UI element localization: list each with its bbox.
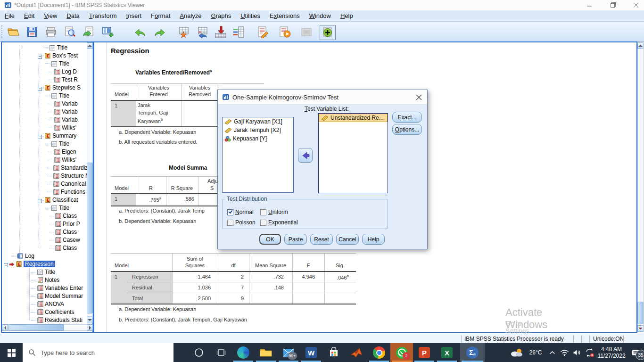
outline-item-variab[interactable]: Variab [2, 116, 87, 124]
outline-item-stepwise-s[interactable]: EStepwise S [2, 84, 87, 92]
undo-icon[interactable] [133, 25, 148, 39]
exact-button[interactable]: Exact... [392, 112, 422, 123]
outline-item-title[interactable]: Title [2, 268, 87, 276]
designate-window-icon[interactable] [100, 25, 115, 39]
goto-data-icon[interactable] [213, 25, 228, 39]
cancel-button[interactable]: Cancel [336, 234, 359, 245]
outline-item-eigen[interactable]: Eigen [2, 148, 87, 156]
collapse-icon[interactable] [38, 54, 42, 60]
outline-item-class[interactable]: Class [2, 212, 87, 220]
outline-item-box-s-test[interactable]: EBox's Test [2, 52, 87, 60]
weather-icon[interactable] [506, 343, 527, 362]
transfer-arrow-button[interactable] [298, 148, 313, 163]
menu-edit[interactable]: Edit [19, 10, 39, 21]
outline-item-variab[interactable]: Variab [2, 108, 87, 116]
menu-utilities[interactable]: Utilities [236, 10, 265, 21]
menu-extensions[interactable]: Extensions [265, 10, 305, 21]
taskbar-search[interactable]: Type here to search [23, 343, 173, 362]
collapse-icon[interactable] [38, 134, 42, 140]
output-vscroll-thumb[interactable] [637, 302, 644, 324]
menu-file[interactable]: File [0, 10, 19, 21]
options-button[interactable]: Options... [392, 124, 422, 135]
test-variable-item[interactable]: Unstandardized Re... [319, 114, 388, 122]
outline-item-log-d[interactable]: Log D [2, 68, 87, 76]
menu-help[interactable]: Help [336, 10, 358, 21]
menu-graphs[interactable]: Graphs [206, 10, 236, 21]
outline-hscroll-left[interactable] [2, 324, 8, 331]
outline-item-title[interactable]: Title [2, 140, 87, 148]
normal-checkbox[interactable] [227, 209, 233, 215]
menu-window[interactable]: Window [305, 10, 336, 21]
goto-case-icon[interactable] [194, 25, 209, 39]
outline-item-title[interactable]: Title [2, 204, 87, 212]
tray-chevron-icon[interactable] [546, 343, 558, 362]
outline-item-structure-m[interactable]: Structure M [2, 172, 87, 180]
outline-item-classificat[interactable]: EClassificat [2, 196, 87, 204]
outline-item-title[interactable]: Title [2, 44, 87, 52]
dialog-close-icon[interactable] [416, 94, 422, 102]
reset-button[interactable]: Reset [310, 234, 333, 245]
outline-item-variables-enter[interactable]: Variables Enter [2, 284, 87, 292]
minimize-button[interactable] [582, 1, 596, 9]
whatsapp-taskbar-button[interactable]: 2 [390, 343, 413, 362]
output-vscroll-track[interactable] [637, 42, 644, 332]
exponential-checkbox[interactable] [260, 220, 266, 226]
outline-item-wilks[interactable]: Wilks' [2, 124, 87, 132]
outline-item-canonical[interactable]: Canonical [2, 180, 87, 188]
ok-button[interactable]: OK [259, 234, 281, 245]
sync-error-icon[interactable] [583, 343, 596, 362]
collapse-icon[interactable] [38, 198, 42, 205]
redo-icon[interactable] [152, 25, 167, 39]
task-view-button[interactable] [210, 343, 232, 362]
matlab-taskbar-button[interactable] [345, 343, 368, 362]
restore-button[interactable] [606, 1, 620, 9]
menu-insert[interactable]: Insert [122, 10, 147, 21]
print-icon[interactable] [43, 25, 58, 39]
outline-item-casew[interactable]: Casew [2, 236, 87, 244]
poisson-checkbox[interactable] [227, 220, 233, 226]
outline-item-standardiz[interactable]: Standardiz [2, 164, 87, 172]
open-icon[interactable] [6, 25, 21, 39]
menu-view[interactable]: View [39, 10, 62, 21]
outline-item-regression[interactable]: ERegression [2, 260, 87, 268]
output-vscroll-up[interactable] [637, 42, 644, 49]
outline-hscroll-right[interactable] [87, 324, 93, 331]
collapse-icon[interactable] [38, 86, 42, 92]
powerpoint-taskbar-button[interactable]: P [413, 343, 436, 362]
outline-item-class[interactable]: Class [2, 244, 87, 252]
recall-dialog-icon[interactable] [81, 25, 96, 39]
source-variable-item[interactable]: Kepuasan [Y] [223, 134, 293, 143]
cortana-button[interactable] [188, 343, 210, 362]
outline-item-title[interactable]: Title [2, 60, 87, 68]
dialog-title-bar[interactable]: One-Sample Kolmogorov-Smirnov Test [218, 90, 427, 105]
source-variable-item[interactable]: Jarak Tempuh [X2] [223, 126, 293, 134]
normal-checkbox-label[interactable]: Normal [235, 209, 254, 215]
exponential-checkbox-label[interactable]: Exponential [268, 219, 298, 226]
menu-transform[interactable]: Transform [84, 10, 122, 21]
insert-object-icon[interactable] [320, 25, 336, 40]
outline-vscroll-up[interactable] [87, 42, 93, 49]
outline-vscroll-thumb[interactable] [87, 163, 93, 313]
test-variable-list[interactable]: Unstandardized Re... [318, 113, 388, 193]
mail-taskbar-button[interactable]: 99+ [277, 343, 300, 362]
edge-taskbar-button[interactable] [232, 343, 255, 362]
menu-analyze[interactable]: Analyze [175, 10, 206, 21]
menu-format[interactable]: Format [146, 10, 175, 21]
favorites-table-icon[interactable] [175, 25, 190, 39]
paste-button[interactable]: Paste [284, 234, 307, 245]
outline-vscroll-down[interactable] [87, 317, 93, 323]
run-script-icon[interactable] [277, 25, 292, 39]
help-button[interactable]: Help [362, 234, 385, 245]
output-vscroll-down[interactable] [637, 325, 644, 332]
print-preview-icon[interactable] [62, 25, 77, 39]
outline-item-prior-p[interactable]: Prior P [2, 220, 87, 228]
store-taskbar-button[interactable] [322, 343, 345, 362]
outline-item-functions[interactable]: Functions [2, 188, 87, 196]
collapse-icon[interactable] [4, 262, 8, 269]
close-button[interactable] [629, 1, 643, 9]
notification-center-button[interactable]: 35 [627, 343, 644, 362]
outline-item-test-r[interactable]: Test R [2, 76, 87, 84]
outline-item-variab[interactable]: Variab [2, 100, 87, 108]
outline-item-notes[interactable]: Notes [2, 276, 87, 284]
outline-item-coefficients[interactable]: Coefficients [2, 308, 87, 316]
